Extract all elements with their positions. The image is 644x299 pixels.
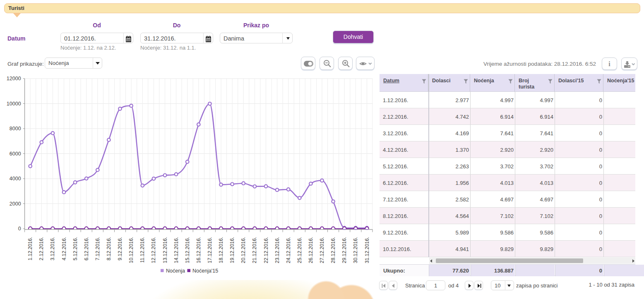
svg-text:11.12.2016.: 11.12.2016. (139, 237, 145, 263)
svg-text:18.12.2016.: 18.12.2016. (218, 237, 224, 263)
svg-text:26.12.2016.: 26.12.2016. (308, 237, 314, 263)
svg-text:22.12.2016.: 22.12.2016. (263, 237, 269, 263)
svg-text:25.12.2016.: 25.12.2016. (297, 237, 303, 263)
svg-text:29.12.2016.: 29.12.2016. (341, 237, 347, 263)
svg-text:16.12.2016.: 16.12.2016. (196, 237, 202, 263)
svg-text:4000: 4000 (10, 176, 21, 182)
svg-text:27.12.2016.: 27.12.2016. (319, 237, 325, 263)
svg-text:Noćenja: Noćenja (166, 268, 185, 274)
svg-text:6000: 6000 (10, 151, 21, 157)
svg-text:14.12.2016.: 14.12.2016. (173, 237, 179, 263)
svg-text:10.12.2016.: 10.12.2016. (128, 237, 134, 263)
svg-text:2000: 2000 (10, 201, 21, 207)
svg-text:5.12.2016.: 5.12.2016. (72, 237, 78, 261)
svg-text:19.12.2016.: 19.12.2016. (229, 237, 235, 263)
svg-text:6.12.2016.: 6.12.2016. (84, 237, 89, 261)
svg-text:17.12.2016.: 17.12.2016. (207, 237, 213, 263)
svg-text:4.12.2016.: 4.12.2016. (61, 237, 67, 261)
svg-text:10000: 10000 (7, 101, 21, 107)
svg-text:2.12.2016.: 2.12.2016. (38, 237, 44, 261)
svg-text:23.12.2016.: 23.12.2016. (274, 237, 280, 263)
svg-text:12000: 12000 (7, 76, 21, 81)
svg-text:1.12.2016.: 1.12.2016. (27, 237, 33, 261)
svg-text:8000: 8000 (10, 126, 21, 132)
svg-text:9.12.2016.: 9.12.2016. (117, 237, 123, 261)
svg-text:15.12.2016.: 15.12.2016. (185, 237, 190, 263)
svg-text:31.12.2016.: 31.12.2016. (364, 237, 370, 263)
svg-text:12.12.2016.: 12.12.2016. (151, 237, 156, 263)
svg-text:24.12.2016.: 24.12.2016. (286, 237, 291, 263)
svg-text:28.12.2016.: 28.12.2016. (330, 237, 336, 263)
svg-text:13.12.2016.: 13.12.2016. (162, 237, 168, 263)
svg-text:21.12.2016.: 21.12.2016. (252, 237, 257, 263)
svg-text:7.12.2016.: 7.12.2016. (95, 237, 101, 261)
svg-text:3.12.2016.: 3.12.2016. (50, 237, 55, 261)
svg-text:20.12.2016.: 20.12.2016. (240, 237, 246, 263)
svg-text:8.12.2016.: 8.12.2016. (106, 237, 112, 261)
svg-text:30.12.2016.: 30.12.2016. (353, 237, 358, 263)
svg-text:Noćenja'15: Noćenja'15 (192, 268, 218, 274)
svg-text:0: 0 (18, 226, 21, 232)
